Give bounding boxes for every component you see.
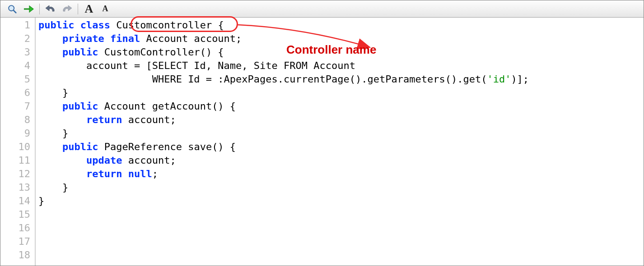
code-line[interactable]: } [38,86,644,100]
code-line[interactable]: private final Account account; [38,32,644,46]
line-number: 12 [0,167,35,181]
go-button[interactable] [20,2,37,16]
line-number: 3 [0,46,35,59]
undo-icon [45,5,56,14]
code-line[interactable]: } [38,194,644,208]
line-number: 8 [0,113,35,127]
line-number: 9 [0,127,35,140]
line-number: 14 [0,194,35,208]
line-number: 5 [0,73,35,86]
go-arrow-icon [23,4,34,14]
code-line[interactable]: public PageReference save() { [38,140,644,154]
search-icon [7,4,17,14]
svg-point-1 [9,6,13,10]
undo-button[interactable] [42,2,59,16]
search-button[interactable] [4,2,20,16]
font-big-icon: A [85,2,93,16]
line-number: 13 [0,181,35,194]
line-number: 18 [0,248,35,262]
editor-toolbar: A A [0,0,644,18]
line-number: 15 [0,208,35,221]
line-number: 2 [0,32,35,46]
code-line[interactable]: } [38,181,644,194]
toolbar-separator [39,4,40,14]
code-line[interactable]: public Account getAccount() { [38,100,644,113]
increase-font-button[interactable]: A [81,2,97,16]
line-number: 11 [0,154,35,167]
code-editor: 123456789101112131415161718 Controller n… [0,18,644,266]
code-line[interactable]: WHERE Id = :ApexPages.currentPage().getP… [38,73,644,86]
code-line[interactable]: } [38,127,644,140]
code-line[interactable]: public class Customcontroller { [38,18,644,32]
code-area[interactable]: Controller name public class Customcontr… [36,18,644,266]
font-small-icon: A [103,4,108,14]
code-line[interactable]: public CustomController() { [38,46,644,59]
code-line[interactable]: update account; [38,154,644,167]
toolbar-separator [78,4,78,14]
code-line[interactable]: account = [SELECT Id, Name, Site FROM Ac… [38,59,644,73]
code-line[interactable]: return null; [38,167,644,181]
line-number: 1 [0,18,35,32]
redo-button[interactable] [59,2,75,16]
redo-icon [61,5,72,14]
line-number: 7 [0,100,35,113]
line-number: 17 [0,235,35,248]
line-number-gutter: 123456789101112131415161718 [0,18,36,266]
decrease-font-button[interactable]: A [97,2,113,16]
line-number: 10 [0,140,35,154]
code-line[interactable]: return account; [38,113,644,127]
line-number: 4 [0,59,35,73]
svg-line-2 [14,10,16,13]
line-number: 16 [0,221,35,235]
line-number: 6 [0,86,35,100]
